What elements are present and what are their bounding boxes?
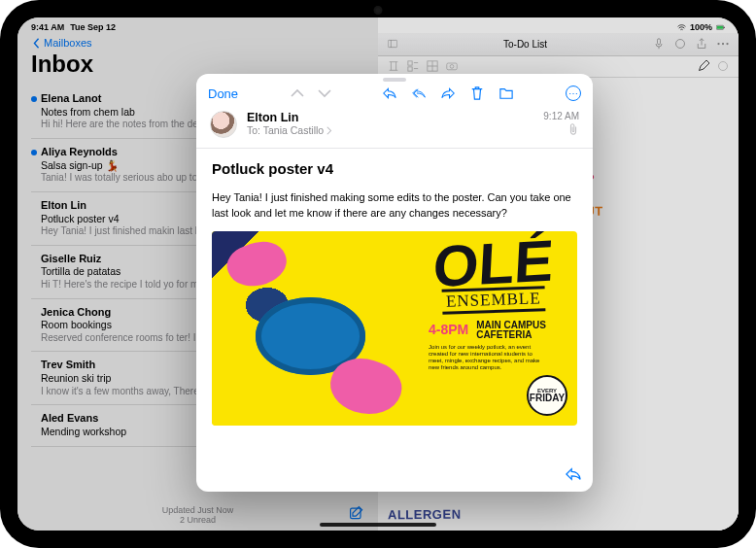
front-camera [374, 6, 383, 15]
reply-icon [383, 86, 396, 100]
poster-badge: EVERY FRIDAY [527, 375, 567, 416]
prev-message-button[interactable] [291, 86, 304, 101]
reply-all-icon [412, 86, 426, 100]
recipient-line[interactable]: To: Tania Castillo [247, 124, 533, 136]
poster-title: OLÉ [431, 238, 554, 291]
reply-icon [566, 466, 581, 482]
to-label: To: [247, 124, 260, 136]
window-grabber[interactable] [196, 74, 593, 86]
reply-button[interactable] [383, 86, 396, 101]
home-indicator[interactable] [320, 523, 436, 527]
reply-all-button[interactable] [412, 86, 426, 101]
poster-illustration [212, 231, 409, 426]
chevron-up-icon [291, 86, 304, 100]
message-text: Hey Tania! I just finished making some e… [212, 190, 577, 222]
trash-button[interactable] [470, 86, 484, 101]
quick-reply-button[interactable] [566, 466, 581, 484]
message-subject: Potluck poster v4 [212, 160, 577, 177]
sender-name[interactable]: Elton Lin [247, 111, 533, 124]
forward-button[interactable] [441, 86, 455, 101]
done-button[interactable]: Done [208, 86, 238, 101]
poster-subtitle: ENSEMBLE [441, 286, 545, 315]
mail-message-window: Done ⋯ Elton Lin [196, 74, 593, 492]
message-body[interactable]: Potluck poster v4 Hey Tania! I just fini… [196, 149, 593, 492]
forward-icon [441, 86, 455, 100]
message-time: 9:12 AM [543, 111, 579, 121]
poster-description: Join us for our weekly potluck, an event… [429, 344, 545, 372]
chevron-down-icon [318, 86, 331, 100]
poster-attachment[interactable]: OLÉ ENSEMBLE 4-8PM MAIN CAMPUSCAFETERIA … [212, 231, 577, 426]
chevron-right-icon [326, 126, 332, 135]
poster-time: 4-8PM MAIN CAMPUSCAFETERIA [429, 321, 546, 340]
next-message-button[interactable] [318, 86, 331, 101]
move-button[interactable] [499, 86, 513, 101]
attachment-icon [543, 123, 579, 137]
message-header: Elton Lin To: Tania Castillo 9:12 AM [196, 109, 593, 149]
to-name: Tania Castillo [263, 124, 324, 136]
message-toolbar: Done ⋯ [196, 86, 593, 109]
trash-icon [470, 86, 484, 100]
more-actions-button[interactable]: ⋯ [566, 86, 581, 101]
folder-icon [499, 86, 513, 100]
sender-avatar[interactable] [210, 111, 237, 138]
